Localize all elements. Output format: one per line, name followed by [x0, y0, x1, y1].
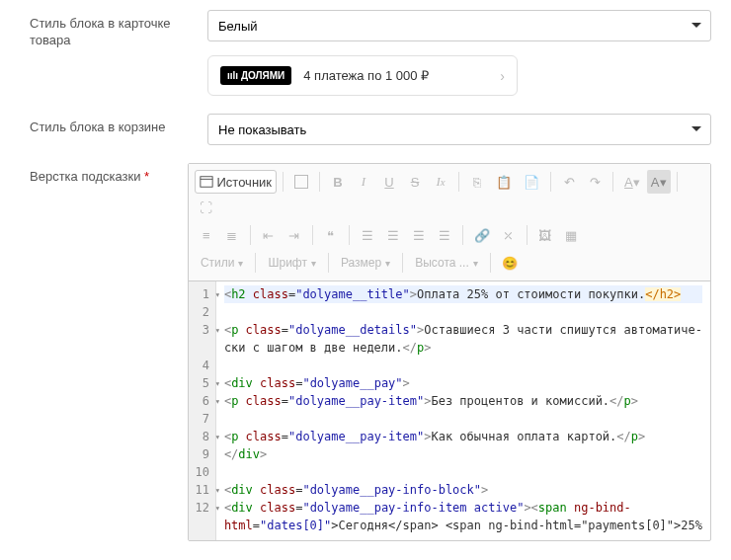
align-justify-button[interactable]: ☰ [433, 223, 456, 247]
italic-button[interactable]: I [352, 170, 375, 194]
select-block-style-cart[interactable]: Не показывать [207, 114, 711, 145]
bullet-list-button[interactable]: ≣ [220, 223, 244, 247]
label-tooltip-layout: Верстка подсказки * [30, 163, 188, 186]
svg-rect-0 [201, 177, 212, 188]
image-button[interactable]: 🖼 [533, 223, 557, 247]
align-right-button[interactable]: ☰ [407, 223, 431, 247]
undo-button[interactable]: ↶ [557, 170, 581, 194]
new-page-button[interactable] [289, 170, 313, 194]
wysiwyg-editor: Источник B I U S Ix ⎘ 📋 📄 [188, 163, 711, 541]
preview-text: 4 платежа по 1 000 ₽ [303, 68, 429, 83]
redo-button[interactable]: ↷ [583, 170, 607, 194]
text-color-button[interactable]: A▾ [619, 170, 645, 194]
chevron-right-icon: › [500, 68, 505, 84]
remove-format-button[interactable]: Ix [429, 170, 452, 194]
link-button[interactable]: 🔗 [469, 223, 495, 247]
styles-combo[interactable]: Стили▾ [195, 251, 250, 275]
size-combo[interactable]: Размер▾ [335, 251, 396, 275]
source-button[interactable]: Источник [195, 170, 277, 194]
editor-toolbar: Источник B I U S Ix ⎘ 📋 📄 [189, 164, 710, 281]
paste-text-button[interactable]: 📄 [519, 170, 544, 194]
font-combo[interactable]: Шрифт▾ [262, 251, 321, 275]
code-editor[interactable]: 123456789101112 <h2 class="dolyame__titl… [189, 281, 710, 540]
lineheight-combo[interactable]: Высота ...▾ [409, 251, 484, 275]
bg-color-button[interactable]: A▾ [647, 170, 671, 194]
bold-button[interactable]: B [326, 170, 350, 194]
paste-button[interactable]: 📋 [491, 170, 517, 194]
source-icon [200, 175, 213, 189]
align-center-button[interactable]: ☰ [381, 223, 405, 247]
emoji-button[interactable]: 😊 [497, 251, 523, 275]
select-block-style-card[interactable]: Белый [207, 10, 711, 41]
table-button[interactable]: ▦ [559, 223, 583, 247]
unlink-button[interactable]: ⤫ [497, 223, 521, 247]
maximize-button[interactable]: ⛶ [195, 196, 218, 219]
indent-button[interactable]: ⇥ [283, 223, 306, 247]
preview-card[interactable]: ıılı ДОЛЯМИ 4 платежа по 1 000 ₽ › [207, 55, 518, 96]
copy-button[interactable]: ⎘ [465, 170, 489, 194]
dolyami-badge: ıılı ДОЛЯМИ [220, 66, 291, 85]
align-left-button[interactable]: ☰ [356, 223, 379, 247]
underline-button[interactable]: U [377, 170, 401, 194]
page-icon [294, 175, 308, 189]
outdent-button[interactable]: ⇤ [257, 223, 281, 247]
label-block-style-card: Стиль блока в карточке товара [30, 10, 207, 49]
blockquote-button[interactable]: ❝ [319, 223, 343, 247]
strike-button[interactable]: S [403, 170, 427, 194]
numbered-list-button[interactable]: ≡ [195, 223, 218, 247]
label-block-style-cart: Стиль блока в корзине [30, 114, 207, 136]
